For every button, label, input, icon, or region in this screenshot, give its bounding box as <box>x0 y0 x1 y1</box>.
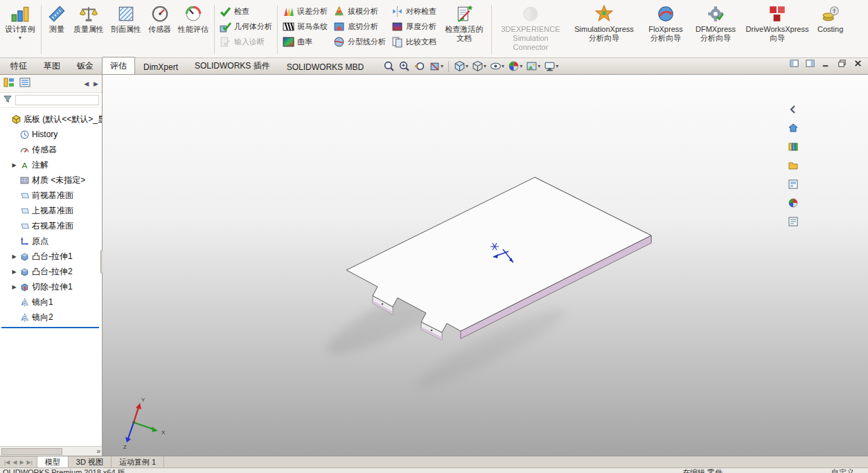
view-palette-icon[interactable] <box>788 179 799 193</box>
view-settings-icon <box>544 60 556 72</box>
dfmxpress-button[interactable]: DFMXpress 分析向导 <box>691 1 741 57</box>
display-style-button[interactable]: ▾ <box>470 60 488 73</box>
sensor-button[interactable]: 传感器 <box>145 1 175 57</box>
minimize-button[interactable] <box>822 58 831 71</box>
undercut-analysis-button[interactable]: 底切分析 <box>333 20 386 33</box>
edit-appearance-button[interactable]: ▾ <box>506 60 524 73</box>
design-library-icon[interactable] <box>788 141 799 155</box>
triad-x-label: X <box>161 429 166 436</box>
rollback-bar[interactable] <box>1 327 99 328</box>
thickness-analysis-button[interactable]: 厚度分析 <box>391 20 436 33</box>
scroll-first-icon[interactable]: |◀ <box>4 459 10 465</box>
tree-item-front-plane[interactable]: 前视基准面 <box>0 188 102 203</box>
driveworksxpress-button[interactable]: DriveWorksXpress 向导 <box>741 1 814 57</box>
scrollbar-thumb[interactable] <box>1 448 62 455</box>
expander-icon[interactable]: ▶ <box>11 284 17 290</box>
tree-filter-row <box>0 93 102 108</box>
tab-sheet-metal[interactable]: 钣金 <box>69 57 102 74</box>
display-pane-tab[interactable] <box>19 77 30 91</box>
tree-item-top-plane[interactable]: 上视基准面 <box>0 203 102 218</box>
check-active-document-button[interactable]: 检查激活的文档 <box>439 1 489 57</box>
scroll-right-icon[interactable]: ▶ <box>19 459 24 465</box>
tab-solidworks-mbd[interactable]: SOLIDWORKS MBD <box>278 59 372 74</box>
tree-item-origin[interactable]: 原点 <box>0 233 102 249</box>
floxpress-button[interactable]: FloXpress 分析向导 <box>641 1 691 57</box>
mass-properties-button[interactable]: 质量属性 <box>70 1 107 57</box>
panel-expand-arrow-icon[interactable]: » <box>96 448 100 455</box>
tab-3d-views[interactable]: 3D 视图 <box>69 456 112 467</box>
custom-properties-icon[interactable] <box>788 216 799 230</box>
tree-item-boss-extrude1[interactable]: ▶ 凸台-拉伸1 <box>0 249 102 264</box>
tab-sketch[interactable]: 草图 <box>35 57 69 74</box>
mirror-icon <box>19 312 30 323</box>
tab-evaluate[interactable]: 评估 <box>102 57 135 74</box>
section-view-button[interactable]: ▾ <box>427 60 445 73</box>
costing-button[interactable]: Costing <box>814 1 847 57</box>
expander-icon[interactable]: ▶ <box>11 162 17 168</box>
mass-properties-label: 质量属性 <box>73 25 104 34</box>
curvature-button[interactable]: 曲率 <box>283 35 328 48</box>
appearances-icon[interactable] <box>788 197 799 211</box>
tree-item-right-plane[interactable]: 右视基准面 <box>0 218 102 233</box>
section-properties-button[interactable]: 剖面属性 <box>107 1 145 57</box>
task-pane-collapse-arrow-icon[interactable] <box>788 104 799 118</box>
tab-solidworks-addins[interactable]: SOLIDWORKS 插件 <box>186 57 278 74</box>
tree-item-mirror2[interactable]: 镜向2 <box>0 310 102 325</box>
expander-icon[interactable]: ▶ <box>11 253 17 260</box>
3dexperience-icon <box>521 4 540 24</box>
previous-view-button[interactable] <box>412 60 427 73</box>
simulationxpress-button[interactable]: SimulationXpress 分析向导 <box>567 1 641 57</box>
tree-filter-input[interactable] <box>15 95 99 105</box>
performance-evaluation-button[interactable]: 性能评估 <box>175 1 212 57</box>
pane-right-button[interactable] <box>806 58 815 71</box>
restore-button[interactable] <box>838 58 847 71</box>
tree-item-cut-extrude1[interactable]: ▶ 切除-拉伸1 <box>0 279 102 294</box>
symmetry-check-icon <box>391 6 403 17</box>
solidworks-resources-icon[interactable] <box>788 123 799 136</box>
simulationxpress-icon <box>594 4 614 24</box>
draft-analysis-button[interactable]: 拔模分析 <box>333 5 386 17</box>
import-diagnostics-button[interactable]: 输入诊断 <box>220 35 272 48</box>
zoom-to-area-button[interactable] <box>397 60 411 73</box>
tree-item-mirror1[interactable]: 镜向1 <box>0 294 102 310</box>
measure-button[interactable]: 测量 <box>44 1 70 57</box>
status-custom-dropdown[interactable]: 自定义 <box>831 468 854 473</box>
view-settings-button[interactable]: ▾ <box>542 60 560 73</box>
zoom-fit-button[interactable] <box>382 60 396 73</box>
tree-root-part[interactable]: 底板 (默认<<默认>_显 <box>0 111 102 127</box>
tree-item-sensors[interactable]: 传感器 <box>0 142 102 157</box>
panel-horizontal-scrollbar[interactable]: » <box>0 446 102 456</box>
hide-show-items-button[interactable]: ▾ <box>488 60 506 73</box>
scroll-last-icon[interactable]: ▶| <box>27 459 33 465</box>
tree-item-history[interactable]: History <box>0 127 102 142</box>
compare-documents-button[interactable]: 比较文档 <box>391 35 436 48</box>
tab-features[interactable]: 特征 <box>2 57 35 74</box>
deviation-analysis-button[interactable]: 误差分析 <box>283 5 328 17</box>
tree-item-annotations[interactable]: ▶ A 注解 <box>0 157 102 172</box>
pane-left-button[interactable] <box>790 58 799 71</box>
tree-item-boss-extrude2[interactable]: ▶ 凸台-拉伸2 <box>0 264 102 279</box>
chevron-right-icon[interactable]: ▶ <box>94 80 98 87</box>
file-explorer-icon[interactable] <box>788 160 799 174</box>
tree-item-material[interactable]: 材质 <未指定> <box>0 172 102 188</box>
tab-dimxpert[interactable]: DimXpert <box>135 59 186 74</box>
viewport-canvas[interactable]: X Y Z <box>103 75 868 456</box>
svg-text:A: A <box>22 160 28 169</box>
tab-model[interactable]: 模型 <box>37 456 69 467</box>
view-orientation-button[interactable]: ▾ <box>452 60 470 73</box>
scroll-left-icon[interactable]: ◀ <box>12 459 17 465</box>
apply-scene-button[interactable]: ▾ <box>524 60 542 73</box>
zebra-stripes-button[interactable]: 斑马条纹 <box>283 20 328 33</box>
symmetry-check-button[interactable]: 对称检查 <box>391 5 436 17</box>
design-study-button[interactable]: 设计算例 ▾ <box>1 1 39 57</box>
3dexperience-connector-button[interactable]: 3DEXPERIENCE Simulation Connector <box>494 1 567 57</box>
chevron-left-icon[interactable]: ◀ <box>84 80 89 87</box>
check-button[interactable]: 检查 <box>220 5 272 17</box>
featuremanager-tab[interactable] <box>3 77 15 91</box>
separator <box>277 5 278 54</box>
close-button[interactable] <box>853 58 862 71</box>
geometry-analysis-button[interactable]: 几何体分析 <box>220 20 272 33</box>
parting-line-analysis-button[interactable]: 分型线分析 <box>333 35 386 48</box>
tab-motion-study-1[interactable]: 运动算例 1 <box>112 456 164 467</box>
expander-icon[interactable]: ▶ <box>11 269 17 275</box>
